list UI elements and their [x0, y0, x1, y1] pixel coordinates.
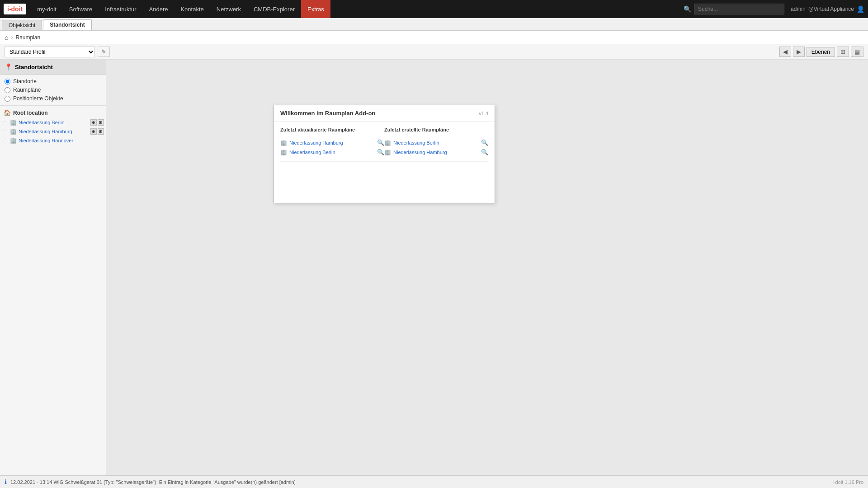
sidebar-header: 📍 Standortsicht [0, 60, 106, 75]
layout-button[interactable]: ▤ [851, 47, 863, 57]
logo[interactable]: i-doit [4, 4, 26, 14]
created-item-1-label: Niederlassung Hamburg [393, 150, 447, 155]
tree-item-hannover[interactable]: □ 🏢 Niederlassung Hannover [0, 136, 106, 145]
dialog-version: v1.4 [479, 111, 488, 116]
radio-raumplane[interactable]: Raumpläne [5, 87, 101, 93]
user-label: admin [791, 6, 806, 12]
expand-hamburg-icon[interactable]: □ [4, 129, 6, 134]
home-icon[interactable]: ⌂ [5, 34, 8, 41]
radio-standorte-input[interactable] [5, 79, 10, 84]
tree-item-berlin-label: Niederlassung Berlin [19, 120, 65, 125]
berlin-action-2[interactable]: ⊞ [98, 119, 104, 126]
sidebar-header-icon: 📍 [5, 63, 12, 70]
nav-extras[interactable]: Extras [301, 0, 330, 18]
updated-item-0-left: 🏢 Niederlassung Hamburg [280, 140, 343, 146]
breadcrumb-bar: ⌂ › Raumplan [0, 31, 868, 44]
updated-item-0-search-icon[interactable]: 🔍 [377, 139, 384, 146]
location-berlin-icon: 🏢 [10, 119, 17, 126]
expand-berlin-icon[interactable]: □ [4, 120, 6, 125]
tree-item-berlin-actions: ⊕ ⊞ [90, 119, 104, 126]
statusbar: ℹ 12.02.2021 - 13:14 WIG Schweißgerät 01… [0, 475, 868, 488]
edit-profile-button[interactable]: ✎ [98, 47, 110, 57]
toolbar-right: ◀ ▶ Ebenen ⊞ ▤ [779, 47, 863, 57]
radio-positionierte-label: Positionierte Objekte [13, 95, 63, 102]
dialog-col-updated: Zuletzt aktualisierte Raumpläne 🏢 Nieder… [280, 127, 384, 157]
search-icon: 🔍 [684, 5, 691, 13]
topbar: i-doit my-doit Software Infrastruktur An… [0, 0, 868, 18]
search-area: 🔍 [684, 4, 784, 14]
location-hannover-icon: 🏢 [10, 137, 17, 144]
updated-item-0-label: Niederlassung Hamburg [289, 140, 343, 145]
tab-objektsicht[interactable]: Objektsicht [2, 20, 42, 30]
tree-item-berlin[interactable]: □ 🏢 Niederlassung Berlin ⊕ ⊞ [0, 118, 106, 127]
radio-positionierte[interactable]: Positionierte Objekte [5, 95, 101, 102]
toolbar: Standard Profil ✎ ◀ ▶ Ebenen ⊞ ▤ [0, 44, 868, 60]
breadcrumb-separator: › [11, 34, 13, 41]
tree-section: 🏠 Root location □ 🏢 Niederlassung Berlin… [0, 106, 106, 147]
nav-infrastruktur[interactable]: Infrastruktur [99, 0, 142, 18]
profile-select[interactable]: Standard Profil [5, 47, 95, 57]
status-icon: ℹ [5, 479, 7, 485]
sidebar: 📍 Standortsicht Standorte Raumpläne Posi… [0, 60, 106, 475]
updated-item-0[interactable]: 🏢 Niederlassung Hamburg 🔍 [280, 138, 384, 147]
levels-button[interactable]: Ebenen [807, 47, 835, 57]
expand-hannover-icon[interactable]: □ [4, 138, 6, 143]
nav-netzwerk[interactable]: Netzwerk [210, 0, 247, 18]
prev-button[interactable]: ◀ [779, 47, 791, 57]
welcome-dialog: Willkommen im Raumplan Add-on v1.4 Zulet… [274, 105, 495, 203]
berlin-action-1[interactable]: ⊕ [90, 119, 97, 126]
updated-item-1-left: 🏢 Niederlassung Berlin [280, 149, 335, 155]
updated-item-0-icon: 🏢 [280, 140, 287, 146]
dialog-footer [280, 161, 488, 197]
tree-item-hamburg[interactable]: □ 🏢 Niederlassung Hamburg ⊕ ⊞ [0, 127, 106, 136]
appliance-label: @Virtual Appliance [808, 6, 854, 12]
radio-positionierte-input[interactable] [5, 96, 10, 102]
created-item-1[interactable]: 🏢 Niederlassung Hamburg 🔍 [384, 147, 488, 157]
dialog-title: Willkommen im Raumplan Add-on [280, 110, 375, 117]
sidebar-title: Standortsicht [15, 64, 53, 70]
dialog-header: Willkommen im Raumplan Add-on v1.4 [274, 105, 495, 122]
created-item-1-search-icon[interactable]: 🔍 [481, 149, 488, 155]
dialog-columns: Zuletzt aktualisierte Raumpläne 🏢 Nieder… [280, 127, 488, 157]
radio-group: Standorte Raumpläne Positionierte Objekt… [0, 75, 106, 106]
grid-button[interactable]: ⊞ [837, 47, 849, 57]
tree-item-hannover-label: Niederlassung Hannover [19, 138, 73, 143]
updated-item-1-label: Niederlassung Berlin [289, 150, 335, 155]
breadcrumb-page: Raumplan [15, 34, 40, 41]
updated-item-1-icon: 🏢 [280, 149, 287, 155]
radio-standorte[interactable]: Standorte [5, 78, 101, 84]
nav-kontakte[interactable]: Kontakte [174, 0, 210, 18]
created-item-1-left: 🏢 Niederlassung Hamburg [384, 149, 447, 155]
tree-item-hamburg-label: Niederlassung Hamburg [19, 129, 72, 134]
content-area: Willkommen im Raumplan Add-on v1.4 Zulet… [106, 60, 868, 475]
updated-item-1[interactable]: 🏢 Niederlassung Berlin 🔍 [280, 147, 384, 157]
created-item-0-icon: 🏢 [384, 140, 391, 146]
tabbar: Objektsicht Standortsicht [0, 18, 868, 31]
user-icon[interactable]: 👤 [857, 5, 864, 13]
recent-created-header: Zuletzt erstellte Raumpläne [384, 127, 488, 134]
dialog-body: Zuletzt aktualisierte Raumpläne 🏢 Nieder… [274, 122, 495, 203]
hamburg-action-1[interactable]: ⊕ [90, 128, 97, 135]
levels-label: Ebenen [811, 49, 830, 55]
nav-cmdb-explorer[interactable]: CMDB-Explorer [247, 0, 301, 18]
radio-raumplane-input[interactable] [5, 87, 10, 93]
location-hamburg-icon: 🏢 [10, 128, 17, 135]
tree-item-hamburg-actions: ⊕ ⊞ [90, 128, 104, 135]
dialog-col-created: Zuletzt erstellte Raumpläne 🏢 Niederlass… [384, 127, 488, 157]
version-label: i-doit 1.16 Pro [833, 479, 863, 485]
created-item-0[interactable]: 🏢 Niederlassung Berlin 🔍 [384, 138, 488, 147]
radio-raumplane-label: Raumpläne [13, 87, 41, 93]
search-input[interactable] [694, 4, 784, 14]
nav-andere[interactable]: Andere [143, 0, 175, 18]
next-button[interactable]: ▶ [793, 47, 805, 57]
created-item-1-icon: 🏢 [384, 149, 391, 155]
main-layout: 📍 Standortsicht Standorte Raumpläne Posi… [0, 60, 868, 475]
hamburg-action-2[interactable]: ⊞ [98, 128, 104, 135]
tab-standortsicht[interactable]: Standortsicht [43, 19, 91, 30]
updated-item-1-search-icon[interactable]: 🔍 [377, 149, 384, 155]
tree-root: 🏠 Root location [0, 108, 106, 118]
tree-root-icon: 🏠 [4, 109, 11, 116]
created-item-0-search-icon[interactable]: 🔍 [481, 139, 488, 146]
nav-my-doit[interactable]: my-doit [31, 0, 63, 18]
nav-software[interactable]: Software [63, 0, 99, 18]
